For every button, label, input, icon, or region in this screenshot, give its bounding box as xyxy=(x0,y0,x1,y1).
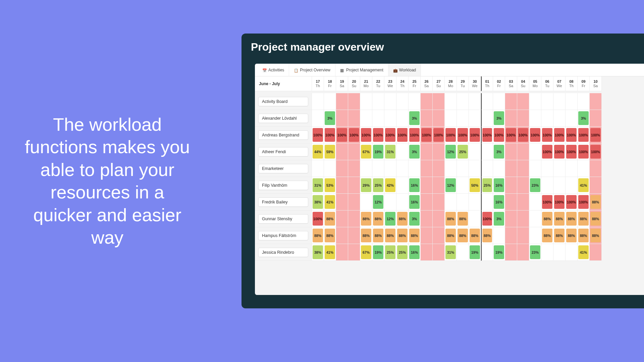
workload-cell[interactable]: 88% xyxy=(553,227,566,244)
workload-cell[interactable] xyxy=(360,160,372,177)
workload-cell[interactable]: 100% xyxy=(445,127,457,143)
workload-cell[interactable] xyxy=(433,194,445,210)
workload-cell[interactable] xyxy=(517,160,529,177)
workload-cell[interactable] xyxy=(590,177,602,194)
workload-cell[interactable]: 12% xyxy=(445,143,457,160)
workload-cell[interactable]: 88% xyxy=(445,227,457,244)
workload-cell[interactable] xyxy=(566,93,578,110)
workload-cell[interactable]: 100% xyxy=(433,127,445,143)
workload-cell[interactable] xyxy=(421,160,433,177)
workload-cell[interactable]: 100% xyxy=(409,127,421,143)
workload-cell[interactable] xyxy=(336,110,348,127)
workload-cell[interactable]: 100% xyxy=(553,127,566,143)
workload-cell[interactable] xyxy=(481,143,493,160)
workload-cell[interactable]: 19% xyxy=(469,244,481,261)
workload-cell[interactable] xyxy=(457,110,469,127)
workload-cell[interactable] xyxy=(481,194,493,210)
workload-cell[interactable]: 100% xyxy=(541,127,553,143)
workload-cell[interactable] xyxy=(409,160,421,177)
workload-cell[interactable] xyxy=(421,194,433,210)
workload-cell[interactable] xyxy=(336,93,348,110)
workload-cell[interactable]: 100% xyxy=(421,127,433,143)
workload-cell[interactable]: 88% xyxy=(553,210,566,227)
workload-cell[interactable] xyxy=(445,194,457,210)
workload-cell[interactable] xyxy=(348,177,360,194)
workload-cell[interactable]: 88% xyxy=(409,227,421,244)
workload-cell[interactable] xyxy=(457,177,469,194)
workload-cell[interactable]: 3% xyxy=(493,110,505,127)
workload-cell[interactable] xyxy=(578,160,590,177)
workload-cell[interactable]: 25% xyxy=(481,177,493,194)
workload-cell[interactable]: 67% xyxy=(360,244,372,261)
workload-cell[interactable] xyxy=(553,177,566,194)
resource-name-cell[interactable]: Activity Board xyxy=(255,93,312,110)
workload-cell[interactable]: 100% xyxy=(566,194,578,210)
workload-cell[interactable]: 88% xyxy=(457,210,469,227)
workload-cell[interactable]: 42% xyxy=(384,177,396,194)
workload-cell[interactable]: 23% xyxy=(529,244,541,261)
workload-cell[interactable] xyxy=(372,160,384,177)
workload-cell[interactable] xyxy=(421,93,433,110)
workload-cell[interactable]: 88% xyxy=(590,227,602,244)
workload-cell[interactable] xyxy=(396,177,409,194)
workload-cell[interactable]: 88% xyxy=(578,210,590,227)
workload-cell[interactable] xyxy=(481,244,493,261)
workload-cell[interactable] xyxy=(312,160,324,177)
workload-cell[interactable] xyxy=(372,110,384,127)
workload-cell[interactable]: 50% xyxy=(469,177,481,194)
workload-cell[interactable]: 16% xyxy=(409,177,421,194)
workload-cell[interactable] xyxy=(541,110,553,127)
workload-cell[interactable]: 88% xyxy=(312,227,324,244)
tab-workload[interactable]: Workload xyxy=(388,64,421,76)
workload-cell[interactable] xyxy=(553,93,566,110)
workload-cell[interactable] xyxy=(481,160,493,177)
workload-cell[interactable] xyxy=(517,244,529,261)
workload-cell[interactable]: 19% xyxy=(493,244,505,261)
workload-cell[interactable] xyxy=(517,210,529,227)
workload-cell[interactable] xyxy=(493,227,505,244)
workload-cell[interactable]: 88% xyxy=(566,210,578,227)
workload-cell[interactable]: 100% xyxy=(360,127,372,143)
workload-cell[interactable] xyxy=(529,210,541,227)
workload-cell[interactable] xyxy=(445,160,457,177)
workload-cell[interactable] xyxy=(384,160,396,177)
workload-cell[interactable] xyxy=(336,244,348,261)
workload-cell[interactable]: 88% xyxy=(372,227,384,244)
workload-cell[interactable]: 100% xyxy=(578,143,590,160)
workload-cell[interactable] xyxy=(312,110,324,127)
workload-cell[interactable] xyxy=(421,177,433,194)
workload-cell[interactable] xyxy=(360,194,372,210)
workload-cell[interactable] xyxy=(421,244,433,261)
workload-cell[interactable]: 41% xyxy=(578,177,590,194)
workload-cell[interactable]: 3% xyxy=(409,110,421,127)
workload-cell[interactable] xyxy=(433,244,445,261)
workload-cell[interactable]: 19% xyxy=(372,244,384,261)
workload-cell[interactable]: 16% xyxy=(493,177,505,194)
resource-name-cell[interactable]: Andreas Bergstrand xyxy=(255,127,312,143)
workload-cell[interactable] xyxy=(529,110,541,127)
workload-cell[interactable]: 88% xyxy=(360,227,372,244)
workload-cell[interactable] xyxy=(553,244,566,261)
workload-cell[interactable] xyxy=(312,93,324,110)
workload-cell[interactable] xyxy=(505,210,517,227)
workload-cell[interactable] xyxy=(348,227,360,244)
workload-cell[interactable] xyxy=(469,160,481,177)
workload-cell[interactable] xyxy=(493,93,505,110)
workload-cell[interactable] xyxy=(433,210,445,227)
tab-activities[interactable]: Activities xyxy=(258,64,289,76)
workload-cell[interactable] xyxy=(384,93,396,110)
workload-cell[interactable] xyxy=(396,160,409,177)
workload-cell[interactable]: 41% xyxy=(578,244,590,261)
workload-cell[interactable]: 3% xyxy=(409,210,421,227)
workload-cell[interactable] xyxy=(505,244,517,261)
workload-cell[interactable] xyxy=(421,210,433,227)
workload-cell[interactable] xyxy=(469,210,481,227)
workload-cell[interactable]: 25% xyxy=(372,177,384,194)
workload-cell[interactable]: 100% xyxy=(384,127,396,143)
workload-cell[interactable]: 31% xyxy=(312,177,324,194)
workload-cell[interactable]: 31% xyxy=(384,143,396,160)
workload-cell[interactable]: 88% xyxy=(578,227,590,244)
workload-cell[interactable]: 3% xyxy=(493,210,505,227)
workload-cell[interactable] xyxy=(348,210,360,227)
workload-cell[interactable]: 59% xyxy=(324,143,336,160)
